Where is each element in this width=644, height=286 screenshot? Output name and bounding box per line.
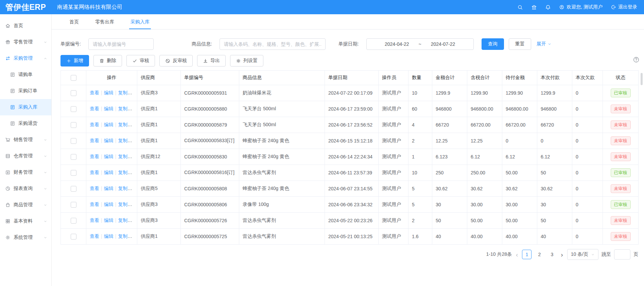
row-checkbox[interactable]	[71, 202, 76, 208]
help-icon[interactable]	[633, 56, 640, 63]
action-copy-link[interactable]: 复制	[118, 138, 132, 143]
date-end-value[interactable]: 2024-07-22	[431, 41, 455, 47]
date-cell: 2024-05-22 00:23:26	[325, 213, 379, 229]
prev-page-button[interactable]: ‹	[515, 251, 519, 258]
sidebar-item-purchase-order[interactable]: 采购订单	[0, 83, 51, 99]
action-edit-link[interactable]: 编辑	[104, 202, 114, 207]
action-edit-link[interactable]: 编辑	[104, 186, 114, 191]
page-number-button[interactable]: 2	[535, 250, 544, 259]
action-separator: |	[101, 90, 102, 95]
action-view-link[interactable]: 查看	[90, 138, 99, 143]
next-page-button[interactable]: ›	[560, 251, 564, 258]
row-checkbox[interactable]	[71, 234, 76, 240]
product-info-input[interactable]	[220, 38, 326, 50]
row-checkbox[interactable]	[71, 122, 76, 128]
row-checkbox[interactable]	[71, 154, 76, 160]
action-edit-link[interactable]: 编辑	[104, 138, 114, 143]
sidebar-item-purchase-request[interactable]: 请购单	[0, 66, 51, 83]
date-range-input[interactable]: 2024-04-22 ~ 2024-07-22	[366, 38, 474, 50]
action-view-link[interactable]: 查看	[90, 90, 99, 95]
action-view-link[interactable]: 查看	[90, 122, 99, 127]
bill-no-input[interactable]	[88, 38, 154, 50]
column-settings-button[interactable]: 列设置	[230, 55, 263, 66]
action-copy-link[interactable]: 复制	[118, 154, 132, 159]
qty-cell: 10	[408, 165, 432, 181]
sidebar-item-report-query[interactable]: 报表查询	[0, 180, 51, 197]
sidebar-item-home[interactable]: 首页	[0, 18, 51, 34]
action-delete-link[interactable]: 删除	[132, 202, 137, 207]
add-button[interactable]: 新增	[60, 55, 89, 66]
action-view-link[interactable]: 查看	[90, 233, 99, 239]
page-number-button[interactable]: 3	[547, 250, 557, 259]
row-checkbox[interactable]	[71, 138, 76, 144]
action-copy-link[interactable]: 复制	[118, 217, 132, 223]
action-copy-link[interactable]: 复制	[118, 170, 132, 175]
action-edit-link[interactable]: 编辑	[104, 217, 114, 223]
search-button[interactable]: 查询	[482, 38, 504, 50]
action-delete-link[interactable]: 删除	[132, 154, 137, 159]
user-menu[interactable]: 欢迎您, 测试用户	[559, 4, 603, 10]
action-delete-link[interactable]: 删除	[132, 186, 137, 191]
action-copy-link[interactable]: 复制	[118, 90, 132, 95]
sidebar-item-product-mgmt[interactable]: 商品管理	[0, 197, 51, 213]
notification-bell-icon[interactable]	[545, 4, 551, 10]
sidebar-item-basic-data[interactable]: 基本资料	[0, 213, 51, 229]
action-view-link[interactable]: 查看	[90, 217, 99, 223]
action-edit-link[interactable]: 编辑	[104, 90, 114, 95]
action-copy-link[interactable]: 复制	[118, 186, 132, 191]
tab-retail-outbound[interactable]: 零售出库	[87, 14, 122, 29]
action-copy-link[interactable]: 复制	[118, 202, 132, 207]
row-checkbox[interactable]	[71, 170, 76, 176]
jump-page-input[interactable]	[614, 249, 630, 260]
action-edit-link[interactable]: 编辑	[104, 233, 114, 239]
row-checkbox[interactable]	[71, 90, 76, 96]
action-view-link[interactable]: 查看	[90, 154, 99, 159]
tab-purchase-inbound[interactable]: 采购入库	[122, 14, 158, 29]
delete-button[interactable]: 删除	[93, 55, 122, 66]
row-checkbox[interactable]	[71, 106, 76, 112]
export-button[interactable]: 导出	[197, 55, 226, 66]
page-size-select[interactable]: 10 条/页	[567, 249, 598, 260]
date-start-value[interactable]: 2024-04-22	[385, 41, 409, 47]
action-edit-link[interactable]: 编辑	[104, 170, 114, 175]
sidebar-item-purchase-mgmt[interactable]: 采购管理	[0, 50, 51, 66]
action-delete-link[interactable]: 删除	[132, 170, 137, 175]
action-delete-link[interactable]: 删除	[132, 217, 137, 223]
action-edit-link[interactable]: 编辑	[104, 154, 114, 159]
action-delete-link[interactable]: 删除	[132, 106, 137, 111]
sidebar-item-warehouse-mgmt[interactable]: 仓库管理	[0, 148, 51, 164]
sidebar-item-finance-mgmt[interactable]: 财务管理	[0, 164, 51, 180]
operator-cell: 测试用户	[379, 101, 408, 117]
action-copy-link[interactable]: 复制	[118, 106, 132, 111]
action-edit-link[interactable]: 编辑	[104, 122, 114, 127]
action-copy-link[interactable]: 复制	[118, 233, 132, 239]
sidebar-item-purchase-inbound[interactable]: 采购入库	[0, 99, 51, 115]
action-view-link[interactable]: 查看	[90, 186, 99, 191]
sidebar-item-sales-mgmt[interactable]: 销售管理	[0, 132, 51, 148]
logout-button[interactable]: 退出登录	[611, 4, 637, 10]
expand-toggle[interactable]: 展开	[537, 41, 552, 47]
page-number-button[interactable]: 1	[522, 250, 532, 259]
audit-button[interactable]: 审核	[126, 55, 155, 66]
select-all-checkbox[interactable]	[71, 75, 76, 81]
organization-icon[interactable]	[531, 4, 537, 10]
unaudit-button[interactable]: 反审核	[159, 55, 193, 66]
search-icon[interactable]	[517, 4, 523, 10]
row-checkbox[interactable]	[71, 218, 76, 224]
action-delete-link[interactable]: 删除	[132, 233, 137, 239]
reset-button[interactable]: 重置	[509, 38, 531, 50]
action-copy-link[interactable]: 复制	[118, 122, 132, 127]
action-delete-link[interactable]: 删除	[132, 90, 137, 95]
tab-home[interactable]: 首页	[61, 14, 87, 29]
action-delete-link[interactable]: 删除	[132, 138, 137, 143]
action-view-link[interactable]: 查看	[90, 170, 99, 175]
sidebar-item-retail-mgmt[interactable]: 零售管理	[0, 34, 51, 50]
row-checkbox[interactable]	[71, 186, 76, 192]
action-view-link[interactable]: 查看	[90, 202, 99, 207]
action-delete-link[interactable]: 删除	[132, 122, 137, 127]
action-view-link[interactable]: 查看	[90, 106, 99, 111]
sidebar-item-purchase-return[interactable]: 采购退货	[0, 115, 51, 132]
table-scrollbar-thumb[interactable]	[641, 73, 643, 85]
sidebar-item-system-mgmt[interactable]: 系统管理	[0, 229, 51, 246]
action-edit-link[interactable]: 编辑	[104, 106, 114, 111]
